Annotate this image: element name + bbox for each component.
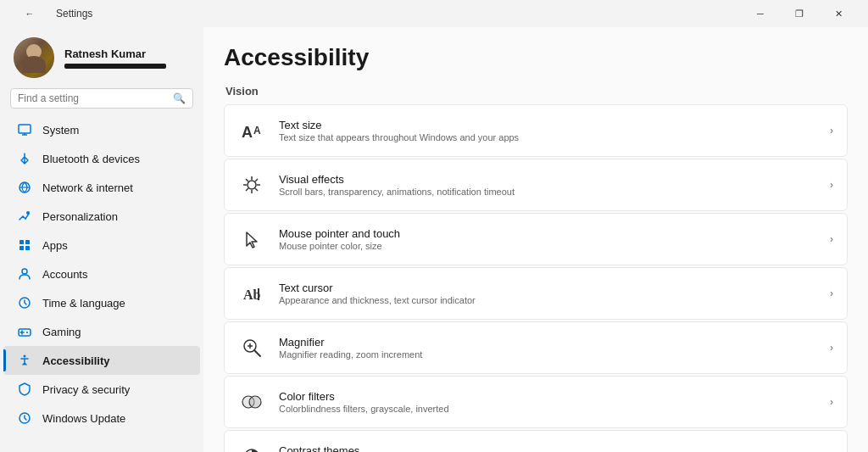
nav-item-network[interactable]: Network & internet <box>3 173 200 202</box>
titlebar-controls: ─ ❐ ✕ <box>741 0 858 27</box>
contrast-themes-icon <box>238 443 265 452</box>
svg-rect-9 <box>25 246 30 250</box>
settings-item-magnifier[interactable]: Magnifier Magnifier reading, zoom increm… <box>224 321 848 374</box>
back-button[interactable]: ← <box>10 0 49 27</box>
nav-label-update: Windows Update <box>42 412 125 425</box>
search-input[interactable] <box>18 92 168 104</box>
nav-item-gaming[interactable]: Gaming <box>3 317 200 346</box>
personalization-icon <box>17 209 32 224</box>
svg-rect-8 <box>19 246 24 250</box>
close-button[interactable]: ✕ <box>819 0 858 27</box>
nav-label-accessibility: Accessibility <box>42 354 110 367</box>
nav-label-privacy: Privacy & security <box>42 383 130 396</box>
nav-item-accounts[interactable]: Accounts <box>3 259 200 288</box>
gaming-icon <box>17 324 32 339</box>
settings-item-magnifier-text: Magnifier Magnifier reading, zoom increm… <box>279 336 816 360</box>
titlebar: ← Settings ─ ❐ ✕ <box>0 0 868 27</box>
settings-item-color-filters-text: Color filters Colorblindness filters, gr… <box>279 390 816 414</box>
settings-item-contrast-themes[interactable]: Contrast themes Color themes for low vis… <box>224 430 848 452</box>
svg-rect-6 <box>19 240 24 244</box>
accounts-icon <box>17 266 32 282</box>
settings-item-visual-effects[interactable]: Visual effects Scroll bars, transparency… <box>224 159 848 211</box>
svg-text:A: A <box>253 125 261 137</box>
accessibility-icon <box>17 353 32 368</box>
nav-item-bluetooth[interactable]: Bluetooth & devices <box>3 144 200 173</box>
settings-item-text-size-desc: Text size that appears throughout Window… <box>279 132 816 142</box>
settings-item-visual-effects-text: Visual effects Scroll bars, transparency… <box>279 173 816 197</box>
svg-point-20 <box>248 181 256 189</box>
svg-point-5 <box>26 211 30 215</box>
text-cursor-icon: Ab <box>238 280 265 307</box>
chevron-icon-3: › <box>830 233 833 245</box>
nav-item-accessibility[interactable]: Accessibility <box>3 346 200 375</box>
settings-item-magnifier-desc: Magnifier reading, zoom increment <box>279 349 816 360</box>
system-icon <box>17 122 32 137</box>
titlebar-left: ← Settings <box>10 0 92 27</box>
nav-label-accounts: Accounts <box>42 268 87 281</box>
settings-item-magnifier-title: Magnifier <box>279 336 816 349</box>
svg-text:A: A <box>242 124 253 141</box>
settings-item-text-size-title: Text size <box>279 119 816 131</box>
mouse-pointer-icon <box>238 226 265 253</box>
settings-item-text-size-text: Text size Text size that appears through… <box>279 119 816 142</box>
settings-item-color-filters[interactable]: Color filters Colorblindness filters, gr… <box>224 376 848 428</box>
user-info: Ratnesh Kumar <box>64 47 190 69</box>
svg-point-16 <box>24 355 26 358</box>
settings-item-color-filters-desc: Colorblindness filters, grayscale, inver… <box>279 404 816 414</box>
settings-item-mouse-pointer-title: Mouse pointer and touch <box>279 227 816 240</box>
nav-item-personalization[interactable]: Personalization <box>3 202 200 231</box>
bluetooth-icon <box>17 151 32 166</box>
nav-label-apps: Apps <box>42 239 68 252</box>
svg-line-26 <box>255 188 258 191</box>
nav-item-update[interactable]: Windows Update <box>3 404 200 432</box>
section-label: Vision <box>224 85 848 98</box>
settings-item-contrast-themes-title: Contrast themes <box>279 444 816 452</box>
nav-label-network: Network & internet <box>42 181 133 194</box>
chevron-icon-5: › <box>830 342 833 354</box>
minimize-button[interactable]: ─ <box>741 0 780 27</box>
nav-label-personalization: Personalization <box>42 210 118 223</box>
user-bar <box>64 64 166 69</box>
app-body: Ratnesh Kumar 🔍 System Bluetooth & devic… <box>0 27 868 452</box>
settings-item-text-size[interactable]: A A Text size Text size that appears thr… <box>224 104 848 157</box>
nav-item-privacy[interactable]: Privacy & security <box>3 375 200 404</box>
settings-item-text-cursor[interactable]: Ab Text cursor Appearance and thickness,… <box>224 267 848 320</box>
maximize-button[interactable]: ❐ <box>780 0 819 27</box>
page-title: Accessibility <box>224 44 848 71</box>
svg-line-27 <box>255 179 258 181</box>
settings-item-visual-effects-desc: Scroll bars, transparency, animations, n… <box>279 187 816 197</box>
nav-item-apps[interactable]: Apps <box>3 231 200 259</box>
settings-item-mouse-pointer[interactable]: Mouse pointer and touch Mouse pointer co… <box>224 213 848 265</box>
settings-item-mouse-pointer-text: Mouse pointer and touch Mouse pointer co… <box>279 227 816 251</box>
settings-item-mouse-pointer-desc: Mouse pointer color, size <box>279 241 816 251</box>
avatar-image <box>14 37 54 78</box>
svg-line-25 <box>246 179 248 181</box>
user-section: Ratnesh Kumar <box>0 27 203 85</box>
settings-item-text-cursor-text: Text cursor Appearance and thickness, te… <box>279 282 816 305</box>
svg-point-10 <box>22 269 27 274</box>
settings-item-text-cursor-title: Text cursor <box>279 282 816 294</box>
settings-item-contrast-themes-text: Contrast themes Color themes for low vis… <box>279 444 816 452</box>
update-icon <box>17 410 32 426</box>
search-box[interactable]: 🔍 <box>10 88 193 109</box>
avatar <box>14 37 54 78</box>
content-area: Accessibility Vision A A Text size Text … <box>203 27 868 452</box>
svg-line-32 <box>254 350 260 356</box>
nav-item-system[interactable]: System <box>3 115 200 144</box>
nav-label-time: Time & language <box>42 297 125 310</box>
settings-item-text-cursor-desc: Appearance and thickness, text cursor in… <box>279 295 816 305</box>
svg-rect-0 <box>19 125 31 133</box>
chevron-icon-4: › <box>830 287 833 299</box>
nav-label-system: System <box>42 124 79 137</box>
network-icon <box>17 180 32 195</box>
sidebar: Ratnesh Kumar 🔍 System Bluetooth & devic… <box>0 27 203 452</box>
apps-icon <box>17 237 32 253</box>
nav-label-bluetooth: Bluetooth & devices <box>42 153 140 165</box>
user-name: Ratnesh Kumar <box>64 47 190 60</box>
chevron-icon: › <box>830 125 833 137</box>
magnifier-icon <box>238 334 265 361</box>
chevron-icon-6: › <box>830 396 833 408</box>
svg-rect-7 <box>25 240 30 244</box>
nav-item-time[interactable]: Time & language <box>3 288 200 317</box>
svg-point-36 <box>249 396 261 408</box>
